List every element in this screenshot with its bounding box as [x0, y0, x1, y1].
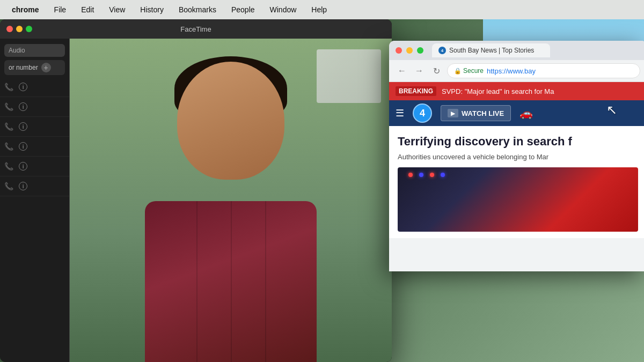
menubar-chrome[interactable]: chrome [5, 3, 46, 16]
play-icon: ▶ [448, 109, 458, 117]
chrome-omnibar: ← → ↻ 🔒 Secure https://www.bay [389, 60, 644, 82]
chrome-close-button[interactable] [396, 47, 402, 54]
shirt-line [231, 201, 232, 362]
info-icon[interactable]: i [19, 83, 27, 91]
menubar: chrome File Edit View History Bookmarks … [0, 0, 644, 19]
red-light-2 [430, 173, 434, 177]
phone-icon: 📞 [4, 162, 13, 171]
new-call-label: or number [9, 64, 38, 71]
new-call-input[interactable]: or number + [4, 60, 65, 75]
audio-label: Audio [9, 47, 25, 54]
news-logo[interactable]: 4 [413, 104, 432, 123]
menubar-file[interactable]: File [48, 3, 73, 16]
contact-row-3[interactable]: 📞 i [0, 117, 69, 137]
minimize-button[interactable] [16, 26, 23, 32]
url-display: https://www.bay [487, 67, 536, 75]
breaking-news-bar: BREAKING SVPD: "Major lead" in search fo… [389, 82, 644, 100]
news-subtext: Authorities uncovered a vehicle belongin… [398, 153, 638, 161]
back-button[interactable]: ← [396, 64, 408, 77]
red-light [408, 173, 413, 177]
shirt-line [196, 201, 197, 362]
person-in-call [129, 51, 333, 362]
contact-row-1[interactable]: 📞 i [0, 77, 69, 97]
contact-row-4[interactable]: 📞 i [0, 137, 69, 157]
contact-row-2[interactable]: 📞 i [0, 97, 69, 117]
phone-icon: 📞 [4, 83, 13, 91]
menubar-help[interactable]: Help [305, 3, 333, 16]
maximize-button[interactable] [26, 26, 32, 32]
security-badge: 🔒 Secure [454, 67, 484, 75]
info-icon[interactable]: i [19, 162, 27, 171]
breaking-label: BREAKING [396, 86, 436, 96]
news-favicon: 4 [438, 47, 446, 54]
news-headline[interactable]: Terrifying discovery in search f [398, 135, 638, 149]
traffic-icon: 🚗 [519, 107, 533, 120]
watch-live-button[interactable]: ▶ WATCH LIVE [441, 105, 511, 121]
close-button[interactable] [6, 26, 13, 32]
blue-light-2 [441, 173, 445, 177]
news-content-area: Terrifying discovery in search f Authori… [389, 126, 644, 238]
secure-label: Secure [463, 67, 484, 75]
menubar-window[interactable]: Window [264, 3, 303, 16]
breaking-news-text: SVPD: "Major lead" in search for Ma [442, 87, 554, 95]
phone-icon: 📞 [4, 102, 13, 111]
facetime-title: FaceTime [180, 25, 211, 33]
chrome-titlebar: 4 South Bay News | Top Stories [389, 41, 644, 60]
browser-tab[interactable]: 4 South Bay News | Top Stories [432, 43, 550, 57]
lock-icon: 🔒 [454, 68, 462, 75]
forward-button[interactable]: → [413, 64, 426, 77]
emergency-lights [408, 173, 445, 177]
tab-title: South Bay News | Top Stories [449, 47, 534, 54]
facetime-sidebar: Audio or number + 📞 i 📞 i 📞 i 📞 i [0, 39, 70, 362]
watch-live-label: WATCH LIVE [462, 109, 504, 117]
info-icon[interactable]: i [19, 142, 27, 151]
hamburger-menu-icon[interactable]: ☰ [396, 107, 404, 119]
chrome-maximize-button[interactable] [417, 47, 423, 54]
news-image [398, 167, 638, 232]
info-icon[interactable]: i [19, 122, 27, 131]
facetime-window: FaceTime Audio or number + 📞 i 📞 i 📞 i [0, 19, 392, 362]
scene-background: FaceTime Audio or number + 📞 i 📞 i 📞 i [0, 19, 644, 362]
info-icon[interactable]: i [19, 182, 27, 190]
window-controls [6, 26, 32, 32]
phone-icon: 📞 [4, 122, 13, 131]
news-navbar: ☰ 4 ▶ WATCH LIVE 🚗 [389, 100, 644, 126]
phone-icon: 📞 [4, 182, 13, 190]
contact-row-5[interactable]: 📞 i [0, 157, 69, 176]
person-head [177, 62, 284, 180]
contact-row-6[interactable]: 📞 i [0, 176, 69, 196]
menubar-view[interactable]: View [103, 3, 131, 16]
menubar-people[interactable]: People [225, 3, 261, 16]
menubar-bookmarks[interactable]: Bookmarks [172, 3, 223, 16]
chrome-minimize-button[interactable] [406, 47, 413, 54]
add-contact-button[interactable]: + [41, 63, 51, 72]
facetime-titlebar: FaceTime [0, 19, 392, 39]
chrome-browser-window: 4 South Bay News | Top Stories ← → ↻ 🔒 S… [389, 41, 644, 271]
person-body [145, 201, 317, 362]
address-bar[interactable]: 🔒 Secure https://www.bay [447, 63, 640, 78]
mouse-cursor: ↖ [606, 102, 617, 117]
menubar-edit[interactable]: Edit [75, 3, 100, 16]
info-icon[interactable]: i [19, 102, 27, 111]
menubar-history[interactable]: History [134, 3, 170, 16]
facetime-video-area [70, 39, 392, 362]
facetime-audio-tab[interactable]: Audio [4, 44, 65, 57]
blue-light [419, 173, 423, 177]
phone-icon: 📞 [4, 142, 13, 151]
shirt-line [265, 201, 266, 362]
reload-button[interactable]: ↻ [430, 64, 443, 77]
